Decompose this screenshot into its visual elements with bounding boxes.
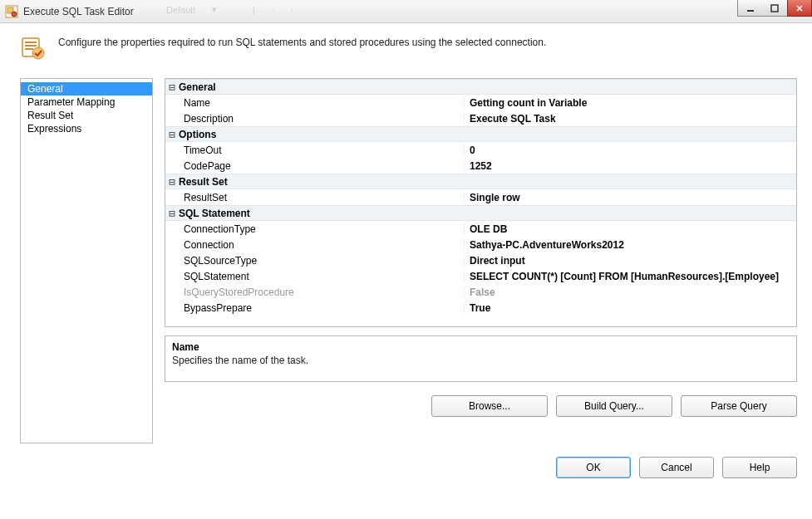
nav-item-expressions[interactable]: Expressions [21,122,152,135]
prop-value[interactable]: Direct input [465,255,796,267]
prop-value[interactable]: SELECT COUNT(*) [Count] FROM [HumanResou… [465,271,796,282]
titlebar: Execute SQL Task Editor Default ▾·|·· [0,0,812,23]
prop-row-bypassprepare[interactable]: BypassPrepareTrue [165,300,796,316]
prop-category-label: General [177,81,216,93]
prop-row-resultset[interactable]: ResultSetSingle row [165,189,796,205]
prop-key: ConnectionType [165,223,465,235]
parse-query-button[interactable]: Parse Query [681,395,797,417]
prop-key: BypassPrepare [165,302,465,314]
svg-rect-8 [25,48,33,50]
description-body: Specifies the name of the task. [172,355,790,366]
prop-row-description[interactable]: DescriptionExecute SQL Task [165,110,796,126]
prop-row-name[interactable]: NameGetting count in Variable [165,95,796,110]
collapse-icon[interactable]: ⊟ [165,176,177,188]
build-query-button[interactable]: Build Query... [556,395,672,417]
prop-value[interactable]: 0 [465,144,796,156]
prop-row-timeout[interactable]: TimeOut0 [165,142,796,158]
ok-button[interactable]: OK [556,457,631,478]
prop-value[interactable]: True [465,302,796,314]
svg-point-2 [12,12,17,17]
nav-panel: GeneralParameter MappingResult SetExpres… [20,78,153,443]
prop-category-general[interactable]: ⊟General [165,79,796,95]
background-toolbar-hint: Default ▾·|·· [166,4,293,15]
prop-row-sqlsourcetype[interactable]: SQLSourceTypeDirect input [165,252,796,268]
prop-category-label: Result Set [177,176,228,188]
prop-row-sqlstatement[interactable]: SQLStatementSELECT COUNT(*) [Count] FROM… [165,268,796,284]
prop-value: False [465,286,796,298]
collapse-icon[interactable]: ⊟ [165,129,177,140]
prop-value[interactable]: 1252 [465,160,796,172]
nav-item-result-set[interactable]: Result Set [21,109,152,122]
prop-key: SQLStatement [165,271,465,282]
property-grid: ⊟GeneralNameGetting count in VariableDes… [165,78,797,327]
action-button-row: Browse... Build Query... Parse Query [165,395,797,417]
prop-key: Connection [165,239,465,251]
footer-button-row: OK Cancel Help [0,443,812,478]
minimize-button[interactable] [737,0,762,17]
prop-key: TimeOut [165,144,465,156]
svg-rect-7 [25,45,37,47]
app-icon [5,5,18,18]
svg-rect-6 [25,42,37,43]
prop-value[interactable]: Single row [465,192,796,203]
browse-button[interactable]: Browse... [431,395,548,417]
svg-point-9 [32,47,44,59]
prop-value[interactable]: Getting count in Variable [465,97,796,109]
prop-row-connectiontype[interactable]: ConnectionTypeOLE DB [165,221,796,237]
svg-rect-4 [771,5,778,12]
prop-category-options[interactable]: ⊟Options [165,126,796,142]
prop-key: SQLSourceType [165,255,465,267]
prop-key: CodePage [165,160,465,172]
svg-rect-3 [747,10,754,12]
header: Configure the properties required to run… [0,23,812,78]
help-button[interactable]: Help [722,457,797,478]
collapse-icon[interactable]: ⊟ [165,208,177,219]
description-panel: Name Specifies the name of the task. [165,335,797,382]
nav-item-parameter-mapping[interactable]: Parameter Mapping [21,95,152,109]
prop-key: Description [165,113,465,125]
window-controls [737,0,812,17]
window-title: Execute SQL Task Editor [23,6,134,17]
prop-value[interactable]: OLE DB [465,223,796,235]
header-description: Configure the properties required to run… [58,35,546,48]
prop-category-result-set[interactable]: ⊟Result Set [165,174,796,189]
prop-category-sql-statement[interactable]: ⊟SQL Statement [165,205,796,221]
maximize-button[interactable] [762,0,787,17]
close-button[interactable] [787,0,812,17]
prop-row-isquerystoredprocedure: IsQueryStoredProcedureFalse [165,284,796,300]
nav-item-general[interactable]: General [21,82,152,95]
prop-row-codepage[interactable]: CodePage1252 [165,158,796,174]
task-icon [20,35,47,61]
prop-key: ResultSet [165,192,465,203]
prop-value[interactable]: Execute SQL Task [465,113,796,125]
description-title: Name [172,341,790,353]
prop-row-connection[interactable]: ConnectionSathya-PC.AdventureWorks2012 [165,237,796,252]
collapse-icon[interactable]: ⊟ [165,81,177,93]
prop-key: Name [165,97,465,109]
cancel-button[interactable]: Cancel [639,457,714,478]
prop-key: IsQueryStoredProcedure [165,286,465,298]
prop-category-label: Options [177,129,216,140]
prop-value[interactable]: Sathya-PC.AdventureWorks2012 [465,239,796,251]
prop-category-label: SQL Statement [177,208,250,219]
